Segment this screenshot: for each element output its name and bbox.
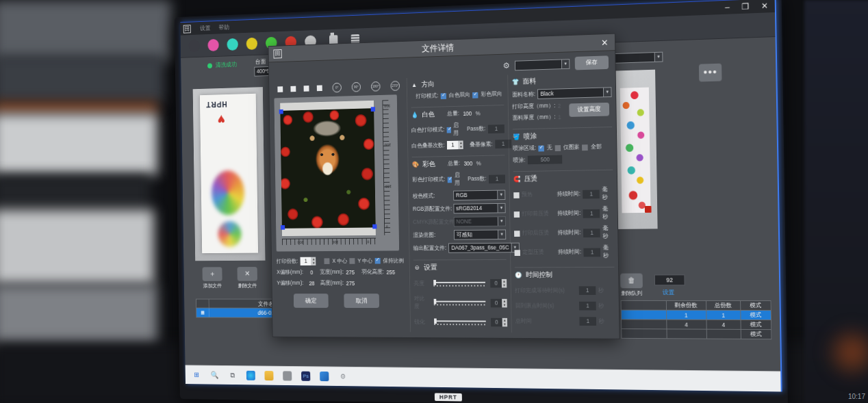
x-offset-field[interactable]: 0 [305, 269, 318, 275]
tool-square-4[interactable] [317, 85, 322, 91]
start-button[interactable]: ⊞ [192, 370, 201, 380]
copies-stepper[interactable]: 1▲▼ [301, 257, 316, 265]
save-button[interactable]: 保存 [575, 55, 609, 70]
time-row1-field[interactable]: 1 [579, 286, 596, 295]
feather-field[interactable]: 255 [386, 269, 395, 276]
maximize-button[interactable]: ❐ [741, 2, 749, 12]
handle-top-left[interactable] [279, 109, 283, 114]
output-profile-dropdown[interactable]: DA067_3pass_6se_05C▼ [448, 243, 519, 253]
color-total-value[interactable]: 300 [463, 160, 472, 167]
queue-row[interactable]: 模式 [622, 329, 771, 339]
swatch-teal[interactable] [227, 38, 238, 51]
white-enable-checkbox[interactable] [447, 127, 451, 133]
press-row4-duration[interactable]: 1 [584, 248, 601, 257]
mode-button[interactable]: 模式 [741, 329, 771, 339]
tool-square-3[interactable] [304, 86, 309, 92]
white-total-value[interactable]: 100 [463, 110, 472, 117]
print-height-value[interactable]: 2 [558, 103, 561, 109]
brightness-slider[interactable] [433, 281, 485, 286]
width-field[interactable]: 275 [346, 269, 359, 276]
photos-icon[interactable] [320, 372, 329, 381]
close-button[interactable]: ✕ [761, 1, 768, 10]
press-row1-duration[interactable]: 1 [583, 190, 600, 198]
handle-top-right[interactable] [371, 107, 375, 112]
press-row2-duration[interactable]: 1 [583, 209, 600, 218]
spray-pattern-checkbox[interactable] [554, 145, 561, 151]
spray-none-checkbox[interactable] [539, 145, 545, 151]
set-height-button[interactable]: 设置高度 [569, 103, 609, 117]
ok-button[interactable]: 确定 [294, 294, 329, 308]
sharpen-slider[interactable] [434, 320, 486, 325]
handle-bottom-right[interactable] [372, 224, 376, 229]
rotate-0-button[interactable]: 0° [332, 83, 341, 93]
white-pass-field[interactable]: 1 [488, 124, 505, 133]
right-preview-panel[interactable] [613, 70, 658, 229]
dialog-close-icon[interactable]: ✕ [601, 37, 615, 47]
left-preview-panel[interactable]: HPRT ♥ [193, 87, 266, 261]
rotate-270-button[interactable]: 270° [391, 81, 400, 91]
delete-queue-button[interactable]: 🗑 删除队列 [616, 274, 647, 297]
brightness-stepper[interactable]: 0▲▼ [490, 279, 507, 288]
white-overprint-stepper[interactable]: 1▲▼ [447, 141, 463, 150]
print-image[interactable] [280, 101, 376, 236]
edge-icon[interactable] [246, 371, 255, 380]
contrast-slider[interactable] [434, 300, 486, 306]
swatch-yellow[interactable] [246, 38, 258, 50]
white-bidir-checkbox[interactable] [441, 93, 446, 99]
handle-bottom-left[interactable] [281, 225, 285, 230]
press-row1-checkbox[interactable] [513, 192, 519, 198]
photoshop-icon[interactable]: Ps [301, 372, 310, 381]
time-row3-field[interactable]: 1 [579, 317, 596, 326]
color-bidir-checkbox[interactable] [472, 92, 478, 98]
height-field[interactable]: 275 [346, 280, 355, 286]
tool-square-1[interactable] [277, 86, 283, 92]
color-mode-dropdown[interactable]: RGB▼ [453, 190, 505, 201]
delete-file-button[interactable]: ✕ 删除文件 [233, 267, 261, 289]
queue-row[interactable]: 1 1 模式 [621, 310, 771, 320]
mode-button[interactable]: 模式 [741, 320, 771, 329]
search-icon[interactable]: 🔍 [210, 370, 219, 380]
tool-square-2[interactable] [290, 86, 296, 92]
spray-all-checkbox[interactable] [582, 144, 588, 151]
add-file-button[interactable]: ＋ 添加文件 [199, 267, 225, 289]
keep-ratio-checkbox[interactable] [375, 258, 381, 264]
task-view-icon[interactable]: ⧉ [228, 370, 237, 380]
file-explorer-icon[interactable] [264, 371, 273, 380]
minimize-button[interactable]: – [725, 3, 730, 12]
header-dropdown[interactable]: ▼ [609, 52, 663, 64]
menu-settings[interactable]: 设置 [200, 24, 210, 33]
press-row3-checkbox[interactable] [514, 231, 520, 237]
menu-help[interactable]: 帮助 [218, 23, 229, 32]
time-row2-field[interactable]: 1 [579, 302, 596, 311]
settings-app-icon[interactable]: ⚙ [338, 372, 347, 381]
spray-value-field[interactable]: 500 [528, 155, 563, 165]
mode-button[interactable]: 模式 [741, 310, 771, 320]
contrast-stepper[interactable]: 0▲▼ [491, 298, 507, 307]
more-options-button[interactable]: ●●● [699, 64, 722, 82]
fabric-thickness-value[interactable]: 1 [558, 114, 561, 120]
cancel-button[interactable]: 取消 [344, 294, 379, 308]
y-center-checkbox[interactable] [350, 258, 355, 264]
rgb-profile-dropdown[interactable]: sRGB2014▼ [453, 203, 505, 213]
rotate-180-button[interactable]: 180° [371, 81, 381, 92]
queue-row[interactable]: 4 4 模式 [622, 320, 771, 330]
y-offset-field[interactable]: 28 [306, 280, 318, 286]
render-intent-dropdown[interactable]: 可感知▼ [454, 229, 506, 239]
x-center-checkbox[interactable] [324, 258, 330, 264]
queue-count-field[interactable]: 92 [654, 274, 685, 285]
press-row3-duration[interactable]: 1 [583, 229, 600, 237]
press-row2-checkbox[interactable] [514, 211, 520, 218]
profile-dropdown[interactable]: ▼ [515, 59, 570, 70]
rotate-90-button[interactable]: 90° [352, 82, 361, 92]
color-enable-checkbox[interactable] [448, 177, 452, 183]
gear-icon[interactable]: ⚙ [503, 61, 510, 70]
color-pass-field[interactable]: 1 [489, 174, 505, 183]
press-row4-checkbox[interactable] [514, 250, 520, 256]
sharpen-stepper[interactable]: 0▲▼ [491, 318, 507, 327]
cmyk-profile-dropdown[interactable]: NONE▼ [454, 216, 506, 226]
preview-canvas[interactable]: 300 200 100 0 200 100 0 [274, 94, 399, 251]
swatch-black[interactable] [189, 40, 200, 52]
gallery-app-icon[interactable] [283, 371, 292, 380]
fabric-name-dropdown[interactable]: Black▼ [537, 87, 611, 99]
swatch-magenta[interactable] [207, 39, 218, 51]
